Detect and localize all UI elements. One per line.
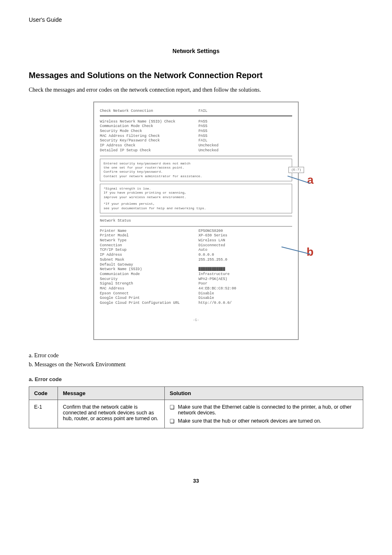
report-status-row: Google Cloud Print Configuration URLhttp… bbox=[100, 301, 292, 306]
status-value: EPSONC58200 bbox=[198, 229, 292, 234]
status-label: TCP/IP Setup bbox=[100, 248, 198, 253]
status-label: Google Cloud Print Configuration URL bbox=[100, 301, 198, 306]
status-label: Network Name (SSID) bbox=[100, 267, 198, 272]
status-label: Google Cloud Print bbox=[100, 296, 198, 301]
check-label: MAC Address Filtering Check bbox=[100, 134, 198, 139]
report-figure: Check Network Connection FAIL Wireless N… bbox=[29, 102, 363, 340]
status-value bbox=[198, 263, 292, 268]
status-label: Security bbox=[100, 277, 198, 282]
report-title: Check Network Connection bbox=[100, 109, 198, 114]
status-label: MAC Address bbox=[100, 287, 198, 291]
report-status-row: MAC Address44:EB:BC:C8:52:00 bbox=[100, 287, 292, 291]
msg-line: If you have problems printing or scannin… bbox=[104, 191, 288, 195]
status-label: Communication Mode bbox=[100, 272, 198, 277]
network-report-preview: Check Network Connection FAIL Wireless N… bbox=[93, 102, 299, 340]
check-label: IP Address Check bbox=[100, 143, 198, 148]
error-code-table: Code Message Solution E-1Confirm that th… bbox=[29, 386, 363, 428]
status-label: Network Type bbox=[100, 238, 198, 243]
status-value: 44:EB:BC:C8:52:00 bbox=[198, 287, 292, 291]
cell-message: Confirm that the network cable is connec… bbox=[58, 400, 165, 428]
status-value: http://0.0.0.0/ bbox=[198, 301, 292, 306]
error-code-subheading: a. Error code bbox=[29, 376, 363, 382]
solution-item: Make sure that the hub or other network … bbox=[170, 418, 358, 424]
report-status-row: Signal StrengthPoor bbox=[100, 282, 292, 287]
check-label: Security Mode Check bbox=[100, 129, 198, 134]
report-status-row: Epson ConnectDisable bbox=[100, 291, 292, 296]
report-status-row: IP Address0.0.0.0 bbox=[100, 253, 292, 258]
msg-line: Entered security key/password does not m… bbox=[104, 162, 288, 166]
status-value: Poor bbox=[198, 282, 292, 287]
status-label: Connection bbox=[100, 243, 198, 248]
table-row: E-1Confirm that the network cable is con… bbox=[29, 400, 363, 428]
check-value: Unchecked bbox=[198, 148, 292, 153]
report-check-row: Detailed IP Setup CheckUnchecked bbox=[100, 148, 292, 153]
report-check-row: MAC Address Filtering CheckPASS bbox=[100, 134, 292, 139]
g-marker: -G- bbox=[100, 318, 292, 323]
status-value: Disable bbox=[198, 291, 292, 296]
status-value: Wireless LAN bbox=[198, 238, 292, 243]
legend-b: b. Messages on the Network Environment bbox=[29, 361, 363, 368]
callout-label-a: a bbox=[307, 173, 314, 187]
solution-item: Make sure that the Ethernet cable is con… bbox=[170, 404, 358, 416]
report-error-message: Entered security key/password does not m… bbox=[100, 159, 292, 182]
status-label: Printer Model bbox=[100, 234, 198, 238]
status-value: ████████████ bbox=[198, 267, 292, 272]
th-code: Code bbox=[29, 387, 58, 400]
legend-a: a. Error code bbox=[29, 352, 363, 359]
report-check-row: Communication Mode CheckPASS bbox=[100, 124, 292, 129]
page-number: 33 bbox=[29, 478, 363, 484]
check-label: Wireless Network Name (SSID) Check bbox=[100, 120, 198, 125]
check-label: Detailed IP Setup Check bbox=[100, 148, 198, 153]
report-status-row: SecurityWPA2-PSK(AES) bbox=[100, 277, 292, 282]
report-environment-message: *Signal strength is low. If you have pro… bbox=[100, 184, 292, 213]
status-label: Signal Strength bbox=[100, 282, 198, 287]
check-label: Communication Mode Check bbox=[100, 124, 198, 129]
callout-label-b: b bbox=[307, 245, 314, 259]
report-status-row: Network Name (SSID)████████████ bbox=[100, 267, 292, 272]
status-label: Default Gateway bbox=[100, 263, 198, 268]
status-value: XP-630 Series bbox=[198, 234, 292, 238]
status-label: IP Address bbox=[100, 253, 198, 258]
cell-solution: Make sure that the Ethernet cable is con… bbox=[165, 400, 363, 428]
status-value: Disconnected bbox=[198, 243, 292, 248]
msg-line: improve your wireless network environmen… bbox=[104, 195, 288, 199]
status-value: WPA2-PSK(AES) bbox=[198, 277, 292, 282]
msg-line: Confirm security key/password. bbox=[104, 170, 288, 174]
intro-paragraph: Check the messages and error codes on th… bbox=[29, 87, 363, 93]
report-status-row: Default Gateway bbox=[100, 263, 292, 268]
network-status-title: Network Status bbox=[100, 219, 292, 224]
report-status-row: Google Cloud PrintDisable bbox=[100, 296, 292, 301]
msg-line: see your documentation for help and netw… bbox=[104, 206, 288, 210]
report-check-row: Security Key/Password CheckFAIL bbox=[100, 139, 292, 143]
msg-line: the one set for your router/access point… bbox=[104, 166, 288, 170]
check-value: PASS bbox=[198, 124, 292, 129]
msg-line: Contact your network administrator for a… bbox=[104, 174, 288, 178]
section-title: Network Settings bbox=[29, 48, 363, 54]
report-check-row: IP Address CheckUnchecked bbox=[100, 143, 292, 148]
status-label: Printer Name bbox=[100, 229, 198, 234]
report-status-row: Network TypeWireless LAN bbox=[100, 238, 292, 243]
report-status-row: Communication ModeInfrastructure bbox=[100, 272, 292, 277]
th-message: Message bbox=[58, 387, 165, 400]
report-check-row: Security Mode CheckPASS bbox=[100, 129, 292, 134]
status-value: 255.255.255.0 bbox=[198, 258, 292, 263]
main-heading: Messages and Solutions on the Network Co… bbox=[29, 71, 363, 80]
report-status-row: TCP/IP SetupAuto bbox=[100, 248, 292, 253]
report-title-value: FAIL bbox=[198, 109, 292, 114]
check-value: PASS bbox=[198, 129, 292, 134]
status-value: 0.0.0.0 bbox=[198, 253, 292, 258]
msg-line: *Signal strength is low. bbox=[104, 187, 288, 191]
error-code-badge: (E-7) bbox=[288, 167, 304, 173]
table-header-row: Code Message Solution bbox=[29, 387, 363, 400]
report-status-row: Printer NameEPSONC58200 bbox=[100, 229, 292, 234]
report-status-row: ConnectionDisconnected bbox=[100, 243, 292, 248]
status-label: Subnet Mask bbox=[100, 258, 198, 263]
cell-code: E-1 bbox=[29, 400, 58, 428]
status-label: Epson Connect bbox=[100, 291, 198, 296]
status-value: Disable bbox=[198, 296, 292, 301]
msg-line: *If your problems persist, bbox=[104, 202, 288, 206]
check-label: Security Key/Password Check bbox=[100, 139, 198, 143]
check-value: PASS bbox=[198, 134, 292, 139]
status-value: Auto bbox=[198, 248, 292, 253]
check-value: PASS bbox=[198, 120, 292, 125]
